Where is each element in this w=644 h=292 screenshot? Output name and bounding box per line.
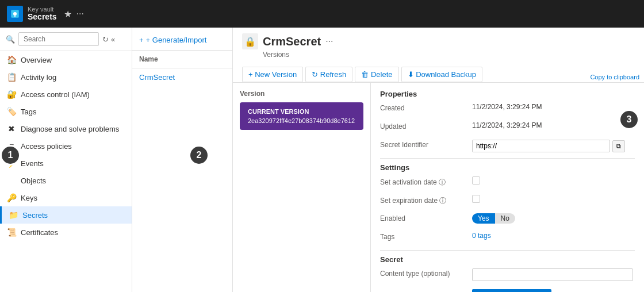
enabled-label: Enabled — [380, 213, 472, 222]
plus-icon: + — [139, 36, 144, 44]
show-secret-value-button[interactable]: Show Secret Value — [472, 289, 551, 292]
tags-label: Tags — [380, 232, 472, 241]
content-type-input[interactable] — [472, 268, 633, 281]
secrets-icon: 📁 — [9, 210, 18, 220]
sidebar-item-activity-log[interactable]: 📋 Activity log — [0, 68, 132, 86]
sidebar-item-tags[interactable]: 🏷️ Tags — [0, 103, 132, 120]
created-value: 11/2/2024, 3:29:24 PM — [472, 103, 635, 111]
sidebar-nav: 🏠 Overview 📋 Activity log 🔐 Access contr… — [0, 51, 132, 292]
collapse-icon[interactable]: « — [111, 35, 115, 44]
sidebar-item-label: Keys — [21, 194, 37, 202]
expiration-checkbox[interactable] — [472, 195, 480, 203]
tags-icon: 🏷️ — [7, 107, 16, 116]
download-backup-button[interactable]: ⬇ Download Backup — [401, 67, 482, 82]
enabled-toggle[interactable]: Yes No — [472, 213, 515, 224]
sidebar-item-label: Objects — [21, 176, 46, 185]
step-badge-2: 2 — [189, 145, 209, 166]
enabled-row: Enabled Yes No — [380, 213, 635, 227]
crm-more-options-icon[interactable]: ··· — [325, 36, 333, 47]
sidebar-item-label: Diagnose and solve problems — [21, 125, 119, 133]
search-input[interactable] — [18, 32, 99, 46]
generate-import-label: + Generate/Import — [146, 36, 207, 44]
name-column-header: Name — [132, 51, 232, 68]
content-type-label: Content type (optional) — [380, 268, 472, 278]
toggle-no-option[interactable]: No — [495, 213, 515, 224]
settings-section-title: Settings — [380, 163, 635, 172]
sidebar-item-diagnose[interactable]: ✖ Diagnose and solve problems — [0, 120, 132, 137]
crm-secret-header: 🔒 CrmSecret ··· Versions + New Version ↻… — [233, 28, 644, 83]
created-label: Created — [380, 103, 472, 112]
section-divider-2 — [380, 250, 635, 251]
created-row: Created 11/2/2024, 3:29:24 PM — [380, 103, 635, 117]
crm-subtitle: Versions — [263, 51, 635, 59]
properties-section-title: Properties — [380, 90, 635, 98]
updated-label: Updated — [380, 121, 472, 130]
detail-toolbar: + New Version ↻ Refresh 🗑 Delete ⬇ Downl… — [242, 63, 635, 82]
secret-section-title: Secret — [380, 255, 635, 264]
versions-list: Version CURRENT VERSION 2ea320972fff4e27… — [233, 83, 371, 292]
activity-log-icon: 📋 — [7, 72, 16, 82]
keyvault-icon — [7, 6, 23, 22]
sidebar-item-access-control[interactable]: 🔐 Access control (IAM) — [0, 86, 132, 103]
identifier-input[interactable] — [472, 140, 610, 152]
sidebar-item-objects[interactable]: Objects — [0, 172, 132, 189]
svg-point-1 — [13, 12, 17, 16]
sidebar-item-secrets[interactable]: 📁 Secrets — [0, 206, 132, 224]
sidebar-item-label: Access policies — [21, 142, 72, 151]
content-type-row: Content type (optional) — [380, 268, 635, 282]
show-secret-row: Show Secret Value — [380, 287, 635, 292]
sidebar-item-certificates[interactable]: 📜 Certificates — [0, 224, 132, 241]
versions-content: Version CURRENT VERSION 2ea320972fff4e27… — [233, 83, 644, 292]
toggle-yes-option[interactable]: Yes — [472, 213, 495, 224]
favorite-star-icon[interactable]: ★ — [64, 9, 72, 20]
overview-icon: 🏠 — [7, 55, 16, 64]
generate-import-button[interactable]: + + Generate/Import — [139, 33, 225, 47]
copy-identifier-button[interactable]: ⧉ — [612, 140, 625, 152]
secret-list-item[interactable]: CrmSecret — [132, 68, 232, 86]
updated-value: 11/2/2024, 3:29:24 PM — [472, 121, 635, 129]
crm-secret-icon: 🔒 — [242, 33, 258, 49]
sidebar-item-label: Activity log — [21, 73, 56, 82]
sidebar-item-label: Access control (IAM) — [21, 90, 90, 99]
activation-checkbox[interactable] — [472, 176, 480, 185]
identifier-row: Secret Identifier ⧉ — [380, 140, 635, 153]
secrets-panel-header: + + Generate/Import — [132, 28, 232, 51]
section-divider — [380, 158, 635, 159]
sidebar-item-label: Overview — [21, 56, 52, 64]
updated-row: Updated 11/2/2024, 3:29:24 PM — [380, 121, 635, 135]
objects-icon — [7, 176, 16, 185]
sidebar-item-label: Events — [21, 159, 44, 168]
sidebar-item-keys[interactable]: 🔑 Keys — [0, 189, 132, 206]
access-control-icon: 🔐 — [7, 90, 16, 99]
crm-secret-title: CrmSecret — [263, 35, 321, 48]
search-actions: ↻ « — [102, 35, 115, 44]
sidebar-item-label: Tags — [21, 107, 36, 116]
version-list-item[interactable]: CURRENT VERSION 2ea320972fff4e27b08374b9… — [240, 102, 363, 130]
refresh-icon[interactable]: ↻ — [102, 35, 109, 44]
sidebar-search-container: 🔍 ↻ « — [0, 28, 132, 51]
delete-button[interactable]: 🗑 Delete — [355, 67, 398, 82]
svg-rect-2 — [14, 16, 16, 17]
properties-panel: Properties Created 11/2/2024, 3:29:24 PM… — [371, 83, 644, 292]
detail-area: 🔒 CrmSecret ··· Versions + New Version ↻… — [233, 28, 644, 292]
certificates-icon: 📜 — [7, 228, 16, 237]
version-hash-value: 2ea320972fff4e27b08374b90d8e7612 — [248, 117, 355, 124]
step-badge-3: 3 — [619, 109, 639, 130]
sidebar-item-overview[interactable]: 🏠 Overview — [0, 51, 132, 68]
sidebar-item-label: Secrets — [22, 211, 48, 220]
new-version-button[interactable]: + New Version — [242, 67, 303, 82]
main-layout: 🔍 ↻ « 🏠 Overview 📋 Activity log 🔐 Access… — [0, 28, 644, 292]
refresh-button[interactable]: ↻ Refresh — [305, 67, 352, 82]
tags-value[interactable]: 0 tags — [472, 232, 635, 240]
version-col-header: Version — [240, 90, 363, 98]
secrets-list-panel: + + Generate/Import Name CrmSecret — [132, 28, 233, 292]
current-version-badge: CURRENT VERSION — [248, 108, 355, 115]
diagnose-icon: ✖ — [7, 124, 16, 133]
identifier-input-row: ⧉ — [472, 140, 633, 152]
crm-title-row: 🔒 CrmSecret ··· — [242, 33, 635, 49]
activation-label: Set activation date ⓘ — [380, 176, 472, 187]
sidebar-item-label: Certificates — [21, 228, 58, 237]
show-secret-spacer — [380, 287, 472, 288]
expiration-row: Set expiration date ⓘ — [380, 195, 635, 209]
more-options-icon[interactable]: ··· — [76, 9, 84, 19]
